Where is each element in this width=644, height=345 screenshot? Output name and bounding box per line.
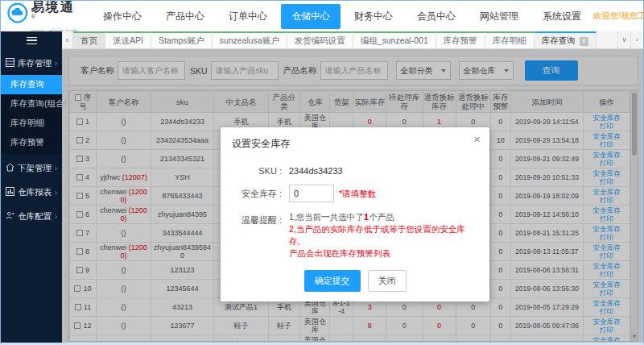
tab-label: 发货编码设置	[295, 35, 345, 47]
registered-mark: ®	[31, 14, 35, 19]
close-button[interactable]: 关闭	[368, 270, 407, 292]
integer-required-hint: *请填整数	[339, 185, 376, 202]
nav-item[interactable]: 财务中心	[344, 4, 403, 29]
brand-logo: 易境通® www.yejoin.com	[1, 0, 83, 34]
reminder-line-1: 1,您当前一共选中了1个产品	[289, 211, 466, 223]
sidebar-group-report-chart[interactable]: 仓库报表›	[1, 182, 62, 202]
cloud-logo-icon	[7, 2, 28, 23]
main-content: 客户名称 SKU 产品名称 全部分类 全部仓库 查询 序号客户名称sku中文品名…	[62, 49, 643, 343]
report-chart-icon	[6, 187, 18, 197]
sidebar-submenu: 库存查询库存查询(组合)库存明细库存预警	[1, 73, 62, 154]
nav-item[interactable]: 会员中心	[407, 4, 466, 29]
tab[interactable]: sunzealusa账户	[213, 31, 287, 48]
chevron-right-icon: ›	[55, 164, 57, 172]
welcome-message: 欢迎您!祝您工作愉快!	[593, 10, 644, 22]
tab[interactable]: 库存预警	[436, 31, 485, 48]
inventory-grid-icon	[6, 58, 18, 69]
tab[interactable]: Stamps账户	[151, 31, 213, 48]
tab-close-icon[interactable]: ×	[580, 37, 588, 46]
top-navbar: 易境通® www.yejoin.com 操作中心产品中心订单中心仓储中心财务中心…	[1, 1, 643, 31]
modal-close-icon[interactable]: ×	[473, 133, 481, 145]
tab-label: 库存预警	[444, 35, 477, 47]
tab[interactable]: 库存明细	[485, 31, 535, 48]
sidebar-group: 仓库报表›	[1, 182, 62, 202]
sidebar: 库存管理›库存查询库存查询(组合)库存明细库存预警下架管理›仓库报表›仓库配置›	[1, 49, 62, 343]
sidebar-group-label: 仓库报表	[18, 187, 52, 198]
nav-item[interactable]: 系统设置	[532, 4, 592, 29]
warehouse-config-icon	[6, 211, 18, 222]
tab-label: Stamps账户	[159, 35, 204, 47]
sidebar-item[interactable]: 库存明细	[1, 114, 62, 133]
sidebar-item[interactable]: 库存预警	[1, 133, 62, 152]
sidebar-group-home[interactable]: 下架管理›	[1, 158, 62, 178]
app-window: 易境通® www.yejoin.com 操作中心产品中心订单中心仓储中心财务中心…	[0, 0, 644, 345]
tab[interactable]: 派送API	[105, 31, 151, 48]
main-nav: 操作中心产品中心订单中心仓储中心财务中心会员中心网站管理系统设置	[91, 4, 593, 29]
tabs-scroll-right-button[interactable]: ›	[630, 31, 643, 49]
sidebar-group: 下架管理›	[1, 158, 62, 178]
nav-item[interactable]: 仓储中心	[281, 4, 341, 29]
sidebar-group-label: 库存管理	[18, 58, 52, 69]
sidebar-group-label: 仓库配置	[18, 211, 52, 222]
safety-stock-label: 安全库存 :	[221, 185, 282, 202]
tab-label: 库存查询	[542, 35, 576, 47]
tab[interactable]: 首页	[73, 31, 105, 48]
tab-label: 首页	[80, 35, 97, 47]
tabs-scroll-left-button[interactable]: ‹	[62, 31, 73, 48]
tab-label: 派送API	[113, 35, 143, 47]
sidebar-group: 仓库配置›	[1, 206, 62, 227]
sidebar-toggle[interactable]	[1, 31, 62, 49]
chevron-right-icon: ›	[55, 188, 57, 197]
hamburger-icon	[27, 37, 37, 44]
modal-title: 设置安全库存	[232, 138, 290, 149]
set-safety-stock-modal: 设置安全库存 × SKU : 2344ds34233 安全库存 : *请填整数 …	[221, 127, 489, 301]
sidebar-group-label: 下架管理	[18, 163, 52, 174]
reminder-line-2: 2,当产品的实际库存低于或等于您设置的安全库存,	[289, 223, 466, 247]
chevron-right-icon: ›	[55, 212, 57, 221]
nav-item[interactable]: 订单中心	[218, 4, 278, 29]
tab[interactable]: 发货编码设置	[287, 31, 353, 48]
sidebar-group: 库存管理›库存查询库存查询(组合)库存明细库存预警	[1, 53, 62, 154]
tab-dropdown-button[interactable]: ∨	[617, 31, 630, 49]
tab-label: sunzealusa账户	[220, 35, 279, 47]
confirm-submit-button[interactable]: 确定提交	[304, 270, 361, 292]
tab-bar: ‹ 首页派送APIStamps账户sunzealusa账户发货编码设置编组_su…	[1, 31, 643, 49]
nav-item[interactable]: 网站管理	[469, 4, 529, 29]
modal-sku-value: 2344ds34233	[289, 163, 343, 176]
reminder-line-3: 产品会出现在库存预警列表	[289, 247, 466, 260]
tab-label: 库存明细	[493, 35, 526, 47]
nav-item[interactable]: 操作中心	[93, 4, 152, 29]
reminder-label: 温馨提醒 :	[221, 211, 282, 260]
tab-strip: 首页派送APIStamps账户sunzealusa账户发货编码设置编组_sunz…	[73, 31, 617, 48]
safety-stock-input[interactable]	[289, 185, 334, 202]
brand-name: 易境通	[31, 0, 75, 14]
sidebar-group-warehouse-config[interactable]: 仓库配置›	[1, 206, 62, 227]
nav-item[interactable]: 产品中心	[155, 4, 215, 29]
modal-sku-label: SKU :	[221, 163, 282, 176]
sidebar-item[interactable]: 库存查询	[1, 75, 62, 94]
chevron-right-icon: ›	[55, 59, 57, 68]
tab-label: 编组_sunzeal-001	[361, 35, 428, 47]
sidebar-item[interactable]: 库存查询(组合)	[1, 94, 62, 114]
home-icon	[6, 163, 18, 173]
tab[interactable]: 编组_sunzeal-001	[353, 31, 436, 48]
tab[interactable]: 库存查询×	[535, 31, 597, 48]
sidebar-group-inventory-grid[interactable]: 库存管理›	[1, 53, 62, 73]
